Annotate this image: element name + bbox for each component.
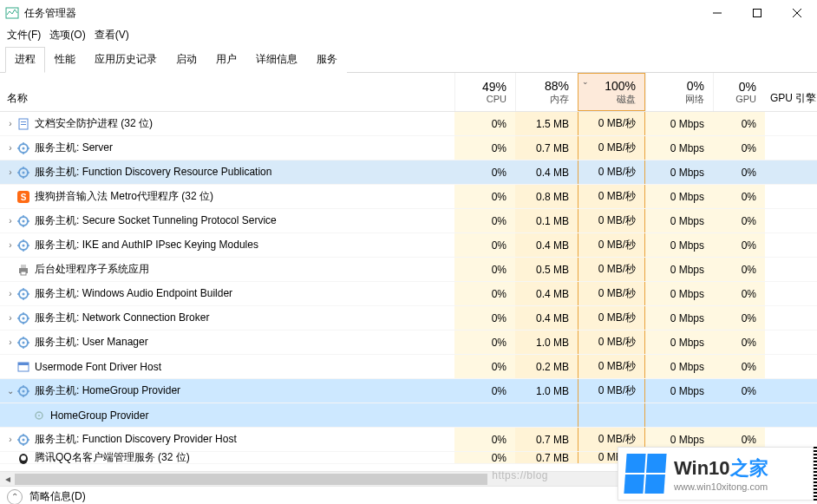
- cell-mem: 0.7 MB: [515, 136, 578, 160]
- logo-brand-text: Win10之家: [674, 455, 768, 481]
- cell-mem: 0.8 MB: [515, 185, 578, 208]
- cell-gpu-engine: [765, 355, 817, 378]
- cell-net: 0 Mbps: [645, 160, 713, 184]
- window-controls: [697, 0, 817, 26]
- cell-gpu: 0%: [713, 379, 765, 403]
- cell-gpu: 0%: [713, 233, 765, 257]
- cell-gpu-engine: [765, 331, 817, 354]
- svg-point-38: [23, 292, 25, 295]
- process-name: 腾讯QQ名客户端管理服务 (32 位): [31, 450, 454, 465]
- expand-toggle-icon[interactable]: ›: [0, 216, 16, 226]
- mem-usage-header: 88%: [520, 79, 569, 93]
- process-row[interactable]: Usermode Font Driver Host0%0.2 MB0 MB/秒0…: [0, 355, 817, 379]
- process-row[interactable]: 后台处理程序子系统应用0%0.5 MB0 MB/秒0 Mbps0%: [0, 258, 817, 282]
- cell-net: [645, 403, 713, 427]
- service-icon: [16, 214, 31, 228]
- tab-1[interactable]: 性能: [45, 47, 85, 73]
- scrollbar-thumb[interactable]: [15, 474, 487, 485]
- tab-6[interactable]: 服务: [307, 47, 347, 73]
- menu-options[interactable]: 选项(O): [49, 28, 85, 43]
- expand-toggle-icon[interactable]: ›: [0, 167, 16, 177]
- cell-mem: 1.0 MB: [515, 331, 578, 354]
- expand-toggle-icon[interactable]: ›: [0, 435, 16, 444]
- expand-toggle-icon[interactable]: ›: [0, 143, 16, 153]
- cell-disk: 0 MB/秒: [578, 209, 645, 232]
- gpu-usage-header: 0%: [717, 80, 756, 94]
- expand-toggle-icon[interactable]: ›: [0, 119, 16, 128]
- process-name: 服务主机: Secure Socket Tunneling Protocol S…: [31, 213, 454, 228]
- cell-gpu-engine: [765, 160, 817, 184]
- process-row[interactable]: ›文档安全防护进程 (32 位)0%1.5 MB0 MB/秒0 Mbps0%: [0, 112, 817, 136]
- scroll-left-arrow-icon[interactable]: ◂: [0, 472, 15, 487]
- cell-disk: 0 MB/秒: [578, 160, 645, 184]
- cell-cpu: 0%: [454, 331, 515, 354]
- process-row[interactable]: ›服务主机: Secure Socket Tunneling Protocol …: [0, 209, 817, 233]
- menu-file[interactable]: 文件(F): [7, 28, 41, 43]
- process-rows: ›文档安全防护进程 (32 位)0%1.5 MB0 MB/秒0 Mbps0%›服…: [0, 112, 817, 471]
- column-header-network[interactable]: 0% 网络: [645, 73, 713, 111]
- process-row[interactable]: ⌄服务主机: HomeGroup Provider0%1.0 MB0 MB/秒0…: [0, 379, 817, 403]
- process-name: 服务主机: Windows Audio Endpoint Builder: [31, 286, 454, 301]
- process-row[interactable]: HomeGroup Provider: [0, 403, 817, 428]
- process-row[interactable]: ›服务主机: Function Discovery Resource Publi…: [0, 160, 817, 185]
- cell-mem: [515, 403, 578, 427]
- column-header-memory[interactable]: 88% 内存: [515, 73, 578, 111]
- process-row[interactable]: ›服务主机: Server0%0.7 MB0 MB/秒0 Mbps0%: [0, 136, 817, 160]
- cell-gpu: 0%: [713, 282, 765, 305]
- sort-indicator-icon: ⌄: [582, 77, 589, 86]
- cell-disk: 0 MB/秒: [578, 282, 645, 305]
- tab-3[interactable]: 启动: [167, 47, 206, 73]
- cell-mem: 0.4 MB: [515, 282, 578, 305]
- cell-cpu: 0%: [454, 282, 515, 305]
- expand-toggle-icon[interactable]: ›: [0, 240, 16, 250]
- cell-gpu: 0%: [713, 306, 765, 330]
- cell-mem: 0.1 MB: [515, 209, 578, 232]
- process-name: 文档安全防护进程 (32 位): [31, 116, 454, 131]
- expand-toggle-icon[interactable]: ›: [0, 313, 16, 323]
- svg-point-9: [23, 147, 25, 149]
- process-name: 服务主机: Network Connection Broker: [31, 311, 454, 325]
- process-row[interactable]: S搜狗拼音输入法 Metro代理程序 (32 位)0%0.8 MB0 MB/秒0…: [0, 185, 817, 209]
- service-icon: [16, 311, 31, 325]
- svg-point-58: [23, 389, 25, 392]
- cell-disk: 0 MB/秒: [578, 379, 645, 403]
- cell-mem: 0.2 MB: [515, 355, 578, 378]
- process-row[interactable]: ›服务主机: Windows Audio Endpoint Builder0%0…: [0, 282, 817, 306]
- cell-gpu: 0%: [713, 209, 765, 232]
- column-header-gpu[interactable]: 0% GPU: [713, 73, 765, 111]
- close-button[interactable]: [777, 0, 817, 26]
- menu-view[interactable]: 查看(V): [95, 28, 129, 43]
- process-row[interactable]: ›服务主机: User Manager0%1.0 MB0 MB/秒0 Mbps0…: [0, 331, 817, 355]
- cell-net: 0 Mbps: [645, 331, 713, 354]
- tab-0[interactable]: 进程: [5, 47, 45, 73]
- app-icon: [16, 360, 31, 374]
- cell-cpu: 0%: [454, 306, 515, 330]
- column-header-cpu[interactable]: 49% CPU: [454, 73, 515, 111]
- cell-cpu: 0%: [454, 428, 515, 451]
- process-row[interactable]: ›服务主机: IKE and AuthIP IPsec Keying Modul…: [0, 233, 817, 258]
- process-row[interactable]: ›服务主机: Network Connection Broker0%0.4 MB…: [0, 306, 817, 331]
- collapse-details-icon[interactable]: ⌃: [7, 489, 23, 505]
- column-header-disk[interactable]: ⌄ 100% 磁盘: [578, 73, 645, 111]
- expand-toggle-icon[interactable]: ›: [0, 289, 16, 298]
- column-header-gpu-engine[interactable]: GPU 引擎: [765, 73, 817, 111]
- sogou-icon: S: [16, 190, 31, 204]
- tab-2[interactable]: 应用历史记录: [85, 47, 167, 73]
- cell-mem: 0.4 MB: [515, 160, 578, 184]
- cell-disk: 0 MB/秒: [578, 233, 645, 257]
- tab-4[interactable]: 用户: [206, 47, 246, 73]
- net-label: 网络: [650, 93, 704, 106]
- expand-toggle-icon[interactable]: ›: [0, 337, 16, 347]
- tab-5[interactable]: 详细信息: [246, 47, 307, 73]
- maximize-button[interactable]: [737, 0, 777, 26]
- minimize-button[interactable]: [697, 0, 737, 26]
- column-header-name[interactable]: 名称: [0, 73, 454, 111]
- cell-mem: 0.4 MB: [515, 306, 578, 330]
- cell-cpu: 0%: [454, 160, 515, 184]
- brief-info-link[interactable]: 简略信息(D): [29, 489, 86, 504]
- cell-cpu: 0%: [454, 112, 515, 135]
- svg-point-29: [23, 244, 25, 246]
- qq-icon: [16, 451, 31, 465]
- expand-toggle-icon[interactable]: ⌄: [0, 386, 16, 396]
- window-title: 任务管理器: [24, 6, 697, 21]
